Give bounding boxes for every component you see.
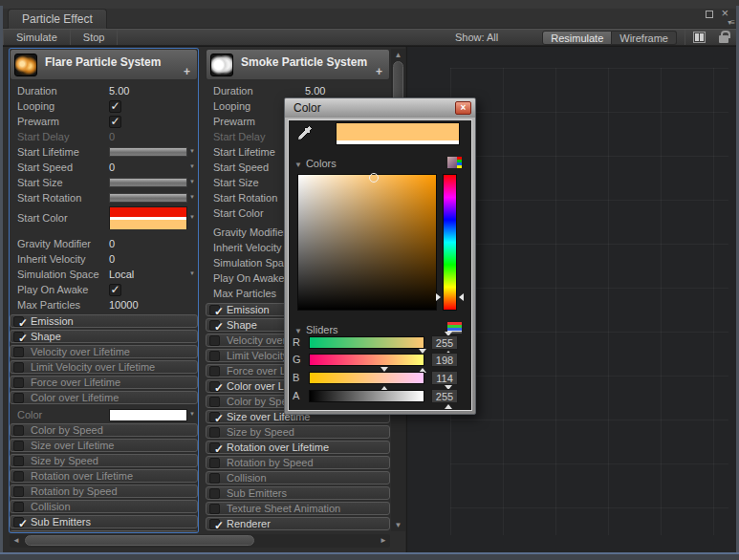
module-row[interactable]: ✓Sub Emitters	[10, 515, 198, 528]
module-row[interactable]: ✓Renderer	[206, 517, 390, 530]
module-row[interactable]: Rotation by Speed	[10, 485, 198, 498]
horizontal-scroll-thumb[interactable]	[25, 535, 254, 546]
module-checkbox[interactable]	[13, 362, 24, 373]
module-checkbox[interactable]	[13, 486, 24, 497]
horizontal-scrollbar[interactable]: ◄ ►	[10, 534, 390, 548]
module-row[interactable]: ✓Shape	[10, 330, 198, 343]
module-checkbox[interactable]	[209, 366, 220, 377]
start-color-swatch[interactable]	[109, 206, 187, 229]
module-row[interactable]: Sub Emitters	[206, 486, 390, 500]
module-checkbox[interactable]	[13, 441, 24, 451]
property-value[interactable]: 0	[109, 131, 115, 142]
module-checkbox[interactable]: ✓	[209, 442, 220, 453]
module-checkbox[interactable]	[209, 427, 220, 438]
scroll-right-arrow[interactable]: ►	[380, 536, 387, 545]
property-value[interactable]: Local	[109, 269, 134, 280]
saturation-value-square[interactable]	[297, 174, 437, 311]
smoke-system-header[interactable]: Smoke Particle System +	[206, 49, 390, 80]
module-checkbox[interactable]: ✓	[209, 412, 220, 422]
property-value[interactable]: 0	[109, 162, 115, 173]
module-row[interactable]: ✓Texture Sheet Animation	[10, 530, 198, 532]
module-row[interactable]: Collision	[10, 500, 198, 513]
module-checkbox[interactable]	[209, 504, 220, 514]
module-row[interactable]: Limit Velocity over Lifetime	[10, 360, 198, 374]
caret-down-icon[interactable]: ▼	[189, 163, 195, 169]
module-checkbox[interactable]: ✓	[13, 332, 24, 342]
show-filter-dropdown[interactable]: Show: All	[455, 32, 498, 43]
tab-particle-effect[interactable]: Particle Effect	[8, 9, 107, 29]
module-checkbox[interactable]: ✓	[209, 381, 220, 392]
module-checkbox[interactable]: ✓	[13, 517, 24, 528]
module-row[interactable]: ✓Rotation over Lifetime	[206, 441, 390, 454]
property-value[interactable]: 5.00	[109, 85, 129, 97]
property-value[interactable]: 0	[109, 253, 115, 265]
sliders-section-header[interactable]: ▼Sliders	[294, 324, 338, 335]
scroll-down-arrow[interactable]: ▼	[391, 521, 405, 529]
property-value[interactable]: 5.00	[305, 85, 325, 97]
stop-button[interactable]: Stop	[71, 30, 118, 45]
current-color-preview[interactable]	[336, 122, 460, 145]
module-row[interactable]: Size by Speed	[206, 425, 390, 439]
green-value-field[interactable]: 198	[431, 353, 458, 367]
module-row[interactable]: Color over Lifetime	[10, 391, 198, 404]
maximize-button[interactable]	[706, 11, 713, 18]
hue-marker-right[interactable]	[459, 293, 464, 301]
add-module-button[interactable]: +	[184, 65, 190, 78]
module-row[interactable]: Size by Speed	[10, 454, 198, 467]
window-menu-icon[interactable]: ▾≡	[728, 18, 734, 27]
module-checkbox[interactable]: ✓	[209, 519, 220, 529]
module-checkbox[interactable]: ✓	[13, 316, 24, 327]
property-slider[interactable]	[109, 147, 187, 157]
caret-down-icon[interactable]: ▼	[189, 179, 195, 184]
dialog-close-button[interactable]: ×	[455, 101, 471, 115]
hue-marker-left[interactable]	[436, 293, 441, 301]
caret-down-icon[interactable]: ▼	[189, 270, 195, 276]
module-row[interactable]: Size over Lifetime	[10, 439, 198, 452]
caret-down-icon[interactable]: ▼	[189, 214, 195, 220]
green-slider[interactable]	[309, 354, 424, 366]
wireframe-button[interactable]: Wireframe	[612, 31, 677, 45]
property-value[interactable]: 0	[109, 238, 115, 249]
caret-down-icon[interactable]: ▼	[189, 411, 195, 417]
module-checkbox[interactable]	[13, 425, 24, 436]
blue-value-field[interactable]: 114	[431, 371, 458, 385]
module-checkbox[interactable]	[209, 351, 220, 361]
property-slider[interactable]	[109, 193, 187, 203]
dialog-title[interactable]: Color	[285, 98, 475, 118]
property-slider[interactable]	[109, 178, 187, 187]
module-checkbox[interactable]	[13, 393, 24, 403]
property-checkbox[interactable]: ✓	[109, 100, 121, 113]
module-checkbox[interactable]	[13, 456, 24, 466]
caret-down-icon[interactable]: ▼	[189, 148, 195, 154]
module-checkbox[interactable]	[13, 347, 24, 357]
colors-section-header[interactable]: ▼Colors	[294, 158, 337, 169]
module-checkbox[interactable]	[209, 488, 220, 499]
red-slider[interactable]	[309, 336, 424, 349]
module-checkbox[interactable]	[13, 377, 24, 388]
module-checkbox[interactable]: ✓	[209, 320, 220, 331]
add-module-button[interactable]: +	[376, 65, 382, 78]
module-row[interactable]: Force over Lifetime	[10, 376, 198, 389]
module-checkbox[interactable]	[209, 458, 220, 468]
property-checkbox[interactable]: ✓	[109, 284, 121, 296]
palette-mode-icon[interactable]	[447, 157, 462, 168]
scroll-up-arrow[interactable]: ▲	[391, 51, 405, 59]
lock-icon[interactable]	[719, 35, 728, 43]
module-row[interactable]: Texture Sheet Animation	[206, 502, 390, 515]
module-checkbox[interactable]	[209, 397, 220, 407]
module-row[interactable]: Rotation by Speed	[206, 456, 390, 469]
property-value[interactable]: 10000	[109, 299, 139, 311]
scroll-left-arrow[interactable]: ◄	[12, 536, 20, 545]
property-checkbox[interactable]: ✓	[109, 116, 121, 128]
hue-bar[interactable]	[443, 174, 457, 311]
flare-system-header[interactable]: Flare Particle System +	[10, 49, 198, 80]
module-row[interactable]: Color by Speed	[10, 423, 198, 437]
module-checkbox[interactable]	[209, 335, 220, 346]
layout-columns-icon[interactable]	[693, 32, 706, 43]
module-row[interactable]: Velocity over Lifetime	[10, 345, 198, 358]
module-checkbox[interactable]: ✓	[209, 305, 220, 315]
module-row[interactable]: Collision	[206, 471, 390, 485]
module-row[interactable]: Rotation over Lifetime	[10, 469, 198, 483]
red-value-field[interactable]: 255	[431, 335, 458, 350]
module-checkbox[interactable]: ✓	[13, 532, 24, 533]
